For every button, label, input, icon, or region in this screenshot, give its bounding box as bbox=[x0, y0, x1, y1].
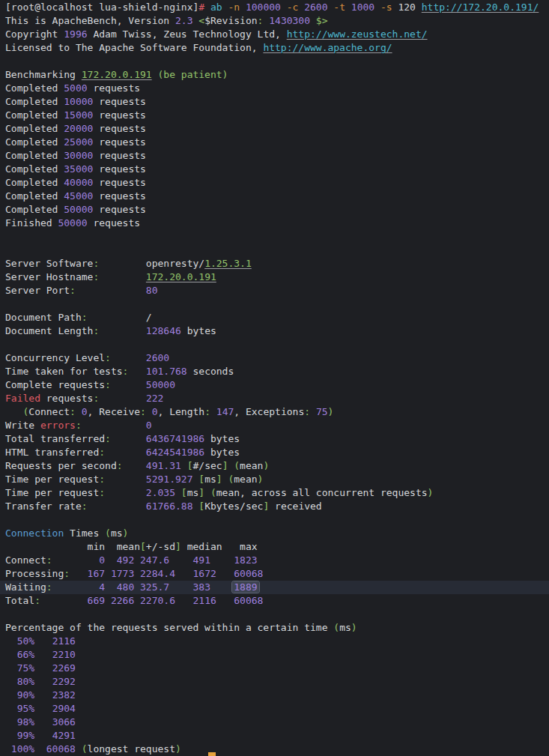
token-purple: 0 bbox=[146, 420, 152, 431]
token-fg: Total bbox=[5, 595, 34, 606]
token-fg bbox=[105, 447, 146, 458]
terminal-line bbox=[5, 297, 549, 311]
token-purple: 6424541986 bbox=[146, 447, 204, 458]
token-green: ) bbox=[263, 460, 269, 471]
token-purple: 1996 bbox=[64, 28, 87, 40]
token-fg bbox=[374, 1, 380, 13]
terminal-output: [root@localhost lua-shield-nginx]# ab -n… bbox=[5, 1, 549, 756]
token-orange: -n bbox=[228, 1, 240, 13]
token-fg: Completed bbox=[5, 123, 64, 134]
token-purple: 2116 bbox=[52, 635, 76, 647]
token-fg bbox=[5, 689, 17, 701]
terminal-line: Requests per second: 491.31 [#/sec] (mea… bbox=[5, 459, 549, 473]
token-purple: 2266 bbox=[111, 595, 134, 606]
token-fg bbox=[146, 406, 152, 417]
token-fg bbox=[204, 487, 210, 498]
token-green: ( bbox=[333, 622, 339, 633]
token-fg bbox=[5, 743, 11, 755]
terminal-line: Processing: 167 1773 2284.4 1672 60068 bbox=[5, 567, 549, 581]
token-fg bbox=[34, 649, 52, 660]
token-fg: 120 bbox=[398, 1, 415, 13]
terminal-line: Benchmarking 172.20.0.191 (be patient) bbox=[5, 68, 549, 82]
token-purple: 35000 bbox=[64, 163, 93, 175]
token-fg bbox=[76, 285, 146, 296]
token-purple: 2.3 bbox=[175, 15, 192, 26]
token-fg bbox=[169, 581, 192, 593]
token-fg bbox=[52, 581, 100, 593]
terminal[interactable]: [root@localhost lua-shield-nginx]# ab -n… bbox=[0, 0, 549, 756]
token-purple: 491.31 bbox=[146, 460, 181, 471]
token-green: : bbox=[105, 352, 111, 363]
token-fg: Processing bbox=[5, 568, 64, 579]
token-purple: 167 bbox=[88, 568, 105, 579]
token-purple: 2382 bbox=[52, 689, 76, 701]
token-fg: This is ApacheBench, Version bbox=[5, 15, 175, 26]
token-fg: bytes bbox=[181, 325, 216, 336]
token-fg bbox=[34, 716, 52, 728]
token-fg: Time per request bbox=[5, 487, 99, 498]
token-green: : bbox=[99, 474, 105, 485]
terminal-line: Transfer rate: 61766.88 [Kbytes/sec] rec… bbox=[5, 500, 549, 513]
token-fg: ms bbox=[204, 474, 216, 485]
token-fg bbox=[88, 501, 146, 512]
token-green: ( bbox=[234, 460, 240, 471]
token-fg bbox=[310, 15, 316, 26]
token-fg: #/sec bbox=[192, 460, 222, 471]
url-link[interactable]: http://www.zeustech.net/ bbox=[287, 28, 428, 40]
token-green: ) bbox=[175, 743, 181, 755]
token-purple: 2269 bbox=[52, 662, 76, 674]
token-green: [ bbox=[198, 501, 204, 512]
token-fg bbox=[210, 406, 216, 417]
token-purple: 61766.88 bbox=[146, 501, 193, 512]
token-fg bbox=[210, 581, 234, 593]
terminal-line: Total transferred: 6436741986 bytes bbox=[5, 432, 549, 446]
token-fg bbox=[34, 730, 52, 741]
token-fg: seconds bbox=[187, 366, 234, 377]
token-fg: requests bbox=[93, 163, 145, 175]
token-purple: 50000 bbox=[64, 204, 93, 215]
token-fg bbox=[240, 1, 246, 13]
token-green: [ bbox=[140, 541, 146, 552]
token-fg: bytes bbox=[204, 447, 240, 458]
terminal-line: Completed 30000 requests bbox=[5, 149, 549, 163]
token-purple: 492 bbox=[117, 554, 134, 566]
terminal-line: Connection Times (ms) bbox=[5, 527, 549, 540]
terminal-line: Connect: 0 492 247.6 491 1823 bbox=[5, 554, 549, 567]
token-purple: 75% bbox=[17, 662, 34, 674]
token-purple: 60068 bbox=[46, 743, 76, 755]
token-fg: mean bbox=[234, 474, 257, 485]
terminal-line: (Connect: 0, Receive: 0, Length: 147, Ex… bbox=[5, 405, 549, 419]
url-link[interactable]: http://172.20.0.191/ bbox=[422, 1, 539, 13]
token-fg: , Exceptions bbox=[234, 406, 304, 417]
token-fg bbox=[34, 676, 52, 687]
token-fg: requests bbox=[93, 150, 145, 161]
token-fg: median max bbox=[181, 541, 258, 552]
terminal-line: 100% 60068 (longest request) bbox=[5, 743, 549, 756]
terminal-line: Server Hostname: 172.20.0.191 bbox=[5, 270, 549, 284]
token-fg: , Length bbox=[158, 406, 205, 417]
terminal-line: 99% 4291 bbox=[5, 729, 549, 743]
token-fg: Finished bbox=[5, 217, 58, 229]
token-purple: 66% bbox=[17, 649, 34, 660]
token-fg: requests bbox=[93, 204, 145, 215]
token-purple: 45000 bbox=[64, 190, 93, 202]
token-purple: 2270.6 bbox=[140, 595, 175, 606]
url-link[interactable]: http://www.apache.org/ bbox=[263, 42, 392, 53]
token-fg bbox=[5, 703, 17, 714]
token-purple: 222 bbox=[146, 393, 163, 404]
token-fg bbox=[169, 554, 192, 566]
token-green: : bbox=[46, 554, 52, 566]
token-purple: 2904 bbox=[52, 703, 76, 714]
token-purple: 5291.927 bbox=[146, 474, 193, 485]
token-fg bbox=[105, 568, 111, 579]
token-fg bbox=[111, 433, 146, 444]
token-purple: 80% bbox=[17, 676, 34, 687]
token-purple: 100000 bbox=[246, 1, 281, 13]
token-green: : bbox=[76, 420, 82, 431]
terminal-line: Completed 40000 requests bbox=[5, 176, 549, 190]
token-fg bbox=[40, 595, 88, 606]
token-fg: $Revision bbox=[204, 15, 257, 26]
token-purple: 325.7 bbox=[140, 581, 169, 593]
terminal-line: Time per request: 2.035 [ms] (mean, acro… bbox=[5, 486, 549, 500]
token-fg: HTML transferred bbox=[5, 447, 99, 458]
